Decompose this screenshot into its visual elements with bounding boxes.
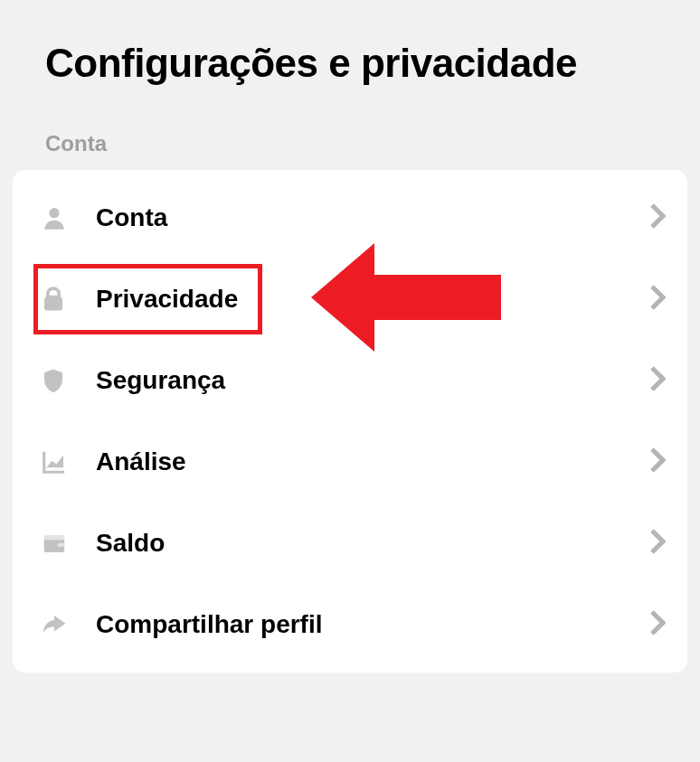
menu-item-account[interactable]: Conta xyxy=(13,177,687,259)
menu-item-label: Compartilhar perfil xyxy=(96,610,649,639)
menu-item-share-profile[interactable]: Compartilhar perfil xyxy=(13,584,687,665)
svg-rect-1 xyxy=(44,297,62,311)
menu-card: Conta Privacidade Segurança xyxy=(13,170,687,673)
header: Configurações e privacidade xyxy=(0,0,700,118)
menu-item-security[interactable]: Segurança xyxy=(13,340,687,421)
share-icon xyxy=(40,611,76,638)
menu-item-analytics[interactable]: Análise xyxy=(13,421,687,503)
menu-item-label: Segurança xyxy=(96,366,649,395)
svg-rect-4 xyxy=(44,535,65,540)
svg-rect-5 xyxy=(58,543,65,547)
chevron-right-icon xyxy=(649,447,666,477)
chevron-right-icon xyxy=(649,365,666,396)
menu-item-label: Privacidade xyxy=(96,285,649,314)
section-label: Conta xyxy=(0,118,700,170)
lock-icon xyxy=(40,285,76,314)
chevron-right-icon xyxy=(649,528,666,559)
wallet-icon xyxy=(40,530,76,557)
menu-item-label: Análise xyxy=(96,447,649,476)
chevron-right-icon xyxy=(649,202,666,233)
chevron-right-icon xyxy=(649,609,666,640)
chart-icon xyxy=(40,448,76,475)
menu-item-privacy[interactable]: Privacidade xyxy=(13,259,687,340)
svg-point-0 xyxy=(49,208,59,218)
page-title: Configurações e privacidade xyxy=(45,41,655,86)
chevron-right-icon xyxy=(649,284,666,315)
menu-item-label: Saldo xyxy=(96,529,649,558)
user-icon xyxy=(40,203,76,232)
menu-item-label: Conta xyxy=(96,203,649,232)
shield-icon xyxy=(40,365,76,396)
menu-item-balance[interactable]: Saldo xyxy=(13,503,687,584)
